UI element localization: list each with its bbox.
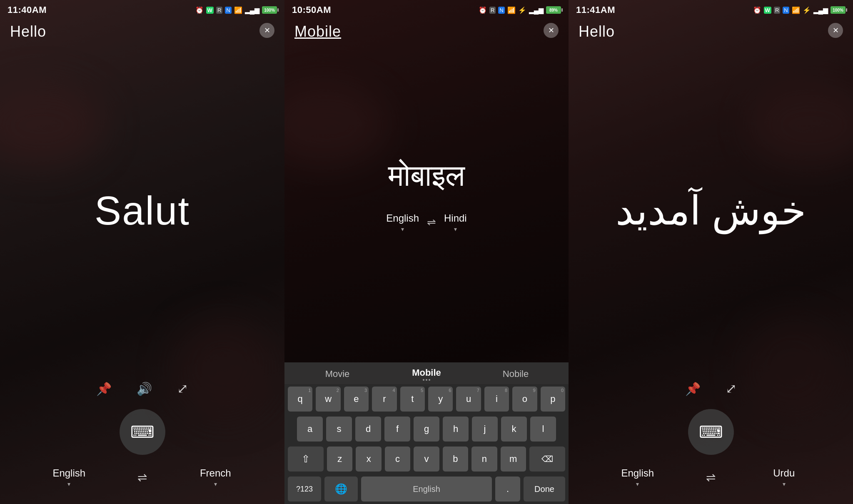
key-k[interactable]: k — [501, 417, 527, 442]
left-close-icon: ✕ — [264, 26, 270, 35]
right-lang-swap[interactable]: ⇌ — [698, 471, 723, 484]
expand-icon-right[interactable]: ⤢ — [726, 381, 737, 397]
alarm-icon-m: ⏰ — [479, 6, 487, 14]
key-h[interactable]: h — [443, 417, 469, 442]
middle-panel: 10:50AM ⏰ R N 📶 ⚡ ▂▄▆ 89% Mobile ✕ मोबाइ… — [284, 0, 569, 504]
left-translation-text: Salut — [95, 188, 190, 234]
done-key[interactable]: Done — [524, 477, 565, 502]
key-m[interactable]: m — [501, 447, 526, 472]
key-w[interactable]: 2w — [316, 387, 340, 412]
key-y[interactable]: 6y — [428, 387, 453, 412]
right-action-icons: 📌 ⤢ — [569, 381, 853, 397]
signal-bars-r: ▂▄▆ — [813, 6, 828, 14]
keyboard-icon-right: ⌨ — [699, 422, 723, 442]
key-r[interactable]: 4r — [372, 387, 397, 412]
n-icon-r: N — [783, 7, 789, 14]
left-target-lang[interactable]: French ▾ — [155, 467, 277, 487]
space-key[interactable]: English — [361, 477, 492, 502]
left-panel-bottom: 📌 🔊 ⤢ ⌨ English ▾ ⇌ French ▾ — [0, 381, 284, 504]
key-c[interactable]: c — [385, 447, 410, 472]
key-x[interactable]: x — [356, 447, 381, 472]
autocomplete-word-0[interactable]: Movie — [293, 369, 382, 379]
key-f[interactable]: f — [384, 417, 410, 442]
nums-key[interactable]: ?123 — [288, 477, 321, 502]
status-icons-right: ⏰ W R N 📶 ⚡ ▂▄▆ 100% — [753, 6, 846, 14]
key-s[interactable]: s — [326, 417, 352, 442]
n-icon-m: N — [498, 7, 504, 14]
autocomplete-active-container: Mobile — [382, 367, 471, 381]
right-target-lang[interactable]: Urdu ▾ — [723, 467, 845, 487]
right-close-button[interactable]: ✕ — [828, 23, 843, 38]
key-d[interactable]: d — [355, 417, 381, 442]
key-p[interactable]: 0p — [541, 387, 565, 412]
middle-translation-text: मोबाइल — [388, 158, 465, 193]
key-g[interactable]: g — [414, 417, 439, 442]
key-i[interactable]: 8i — [484, 387, 509, 412]
right-panel: 11:41AM ⏰ W R N 📶 ⚡ ▂▄▆ 100% Hello ✕ خوش… — [569, 0, 853, 504]
n-icon: N — [225, 7, 231, 14]
middle-target-lang-name: Hindi — [444, 212, 467, 224]
expand-icon[interactable]: ⤢ — [177, 381, 188, 397]
middle-source-lang[interactable]: English ▾ — [386, 212, 419, 232]
charge-icon-r: ⚡ — [803, 6, 811, 14]
volume-icon[interactable]: 🔊 — [137, 382, 152, 396]
key-l[interactable]: l — [530, 417, 556, 442]
alarm-icon: ⏰ — [195, 6, 204, 14]
key-z[interactable]: z — [327, 447, 352, 472]
right-translation-text: خوش آمدید — [616, 187, 806, 234]
keyboard-row-1: 1q 2w 3e 4r 5t 6y 7u 8i 9o 0p — [284, 384, 569, 414]
key-q[interactable]: 1q — [288, 387, 312, 412]
period-key[interactable]: . — [495, 477, 520, 502]
key-o[interactable]: 9o — [512, 387, 537, 412]
backspace-key[interactable]: ⌫ — [529, 447, 565, 472]
middle-close-icon: ✕ — [548, 26, 554, 35]
middle-close-button[interactable]: ✕ — [544, 23, 559, 38]
autocomplete-word-2[interactable]: Nobile — [471, 369, 560, 379]
battery-right: 100% — [831, 6, 846, 14]
key-t[interactable]: 5t — [400, 387, 425, 412]
middle-header-title: Mobile — [294, 23, 341, 40]
status-time-right: 11:41AM — [576, 5, 615, 15]
shift-key[interactable]: ⇧ — [288, 447, 324, 472]
left-target-lang-name: French — [200, 467, 231, 479]
keyboard-button-right[interactable]: ⌨ — [688, 409, 734, 455]
middle-lang-swap[interactable]: ⇌ — [419, 216, 444, 229]
right-source-lang[interactable]: English ▾ — [577, 467, 698, 487]
autocomplete-indicator — [423, 379, 430, 381]
key-v[interactable]: v — [414, 447, 439, 472]
charge-icon-m: ⚡ — [518, 6, 526, 14]
pin-icon-right[interactable]: 📌 — [685, 382, 701, 396]
middle-panel-content: 10:50AM ⏰ R N 📶 ⚡ ▂▄▆ 89% Mobile ✕ मोबाइ… — [284, 0, 569, 504]
right-target-lang-arrow: ▾ — [783, 481, 786, 487]
status-icons-left: ⏰ W R N 📶 ▂▄▆ 100% — [195, 6, 277, 14]
globe-key[interactable]: 🌐 — [324, 477, 358, 502]
left-close-button[interactable]: ✕ — [259, 23, 274, 38]
autocomplete-word-1[interactable]: Mobile — [412, 367, 441, 378]
keyboard-button-left[interactable]: ⌨ — [120, 409, 165, 455]
swap-icon-right: ⇌ — [706, 471, 716, 484]
pin-icon[interactable]: 📌 — [96, 382, 112, 396]
middle-source-lang-name: English — [386, 212, 419, 224]
middle-target-lang[interactable]: Hindi ▾ — [444, 212, 467, 232]
left-lang-swap[interactable]: ⇌ — [130, 471, 155, 484]
left-source-lang-arrow: ▾ — [67, 481, 70, 487]
left-panel-content: Hello ✕ Salut 📌 🔊 ⤢ ⌨ English ▾ — [0, 0, 284, 504]
alarm-icon-r: ⏰ — [753, 6, 761, 14]
left-main-area: Salut — [0, 40, 284, 381]
middle-lang-bar: English ▾ ⇌ Hindi ▾ — [386, 206, 467, 237]
key-j[interactable]: j — [472, 417, 498, 442]
wifi-icon: 📶 — [234, 6, 242, 14]
signal-bars-left: ▂▄▆ — [245, 6, 259, 14]
key-e[interactable]: 3e — [344, 387, 369, 412]
key-u[interactable]: 7u — [456, 387, 481, 412]
key-n[interactable]: n — [471, 447, 497, 472]
swap-icon-left: ⇌ — [137, 471, 147, 484]
left-source-lang[interactable]: English ▾ — [8, 467, 130, 487]
key-b[interactable]: b — [443, 447, 468, 472]
right-close-icon: ✕ — [833, 26, 839, 35]
status-time-middle: 10:50AM — [292, 5, 331, 15]
key-a[interactable]: a — [297, 417, 323, 442]
wifi-icon-r: 📶 — [792, 6, 800, 14]
left-header-title: Hello — [10, 23, 46, 40]
signal-bars-m: ▂▄▆ — [529, 6, 544, 14]
